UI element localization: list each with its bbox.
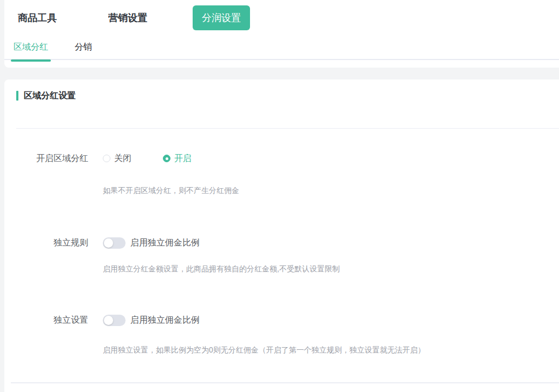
switch-label-independent-setting: 启用独立佣金比例 (130, 315, 200, 326)
help-text-independent-setting: 启用独立设置，如果比例为空为0则无分红佣金（开启了第一个独立规则，独立设置就无法… (103, 346, 425, 355)
switch-label-independent-rule: 启用独立佣金比例 (130, 237, 200, 249)
sub-tab-bar: 区域分红 分销 (4, 36, 559, 60)
switch-group-independent-setting: 启用独立佣金比例 (103, 315, 200, 326)
toggle-knob (104, 238, 113, 248)
tabs-card: 商品工具 营销设置 分润设置 区域分红 分销 (4, 0, 559, 68)
radio-label-off: 关闭 (114, 153, 131, 164)
region-dividend-settings-panel: 区域分红设置 开启区域分红 关闭 开启 如果不开启区域分红，则不产生分红佣金 独… (4, 79, 559, 392)
tab-product-tools[interactable]: 商品工具 (18, 5, 57, 30)
tab-profit-settings[interactable]: 分润设置 (193, 5, 250, 30)
form-row-independent-rule: 独立规则 启用独立佣金比例 (4, 235, 559, 251)
tab-marketing-settings[interactable]: 营销设置 (108, 5, 147, 30)
switch-group-independent-rule: 启用独立佣金比例 (103, 237, 200, 249)
section-title: 区域分红设置 (24, 90, 76, 102)
radio-label-on: 开启 (174, 153, 192, 164)
section-accent-bar (16, 91, 18, 101)
radio-icon-off[interactable] (103, 155, 110, 162)
radio-icon-on[interactable] (163, 155, 170, 162)
toggle-knob (104, 316, 113, 325)
radio-option-on[interactable]: 开启 (163, 153, 192, 164)
section-header: 区域分红设置 (16, 90, 76, 101)
field-label-enable-region-dividend: 开启区域分红 (4, 153, 88, 164)
help-text-enable-region-dividend: 如果不开启区域分红，则不产生分红佣金 (103, 186, 239, 196)
section-divider (16, 128, 559, 129)
bottom-divider (11, 382, 559, 383)
toggle-independent-rule[interactable] (103, 237, 126, 249)
radio-group-enable: 关闭 开启 (103, 153, 192, 164)
subtab-region-dividend[interactable]: 区域分红 (11, 36, 51, 60)
form-row-independent-setting: 独立设置 启用独立佣金比例 (4, 312, 559, 328)
field-label-independent-rule: 独立规则 (4, 237, 88, 249)
radio-option-off[interactable]: 关闭 (103, 153, 131, 164)
field-label-independent-setting: 独立设置 (4, 315, 88, 326)
form-row-enable-region-dividend: 开启区域分红 关闭 开启 (4, 150, 559, 167)
toggle-independent-setting[interactable] (103, 315, 126, 326)
help-text-independent-rule: 启用独立分红金额设置，此商品拥有独自的分红金额,不受默认设置限制 (103, 264, 340, 274)
subtab-distribution[interactable]: 分销 (70, 36, 97, 60)
